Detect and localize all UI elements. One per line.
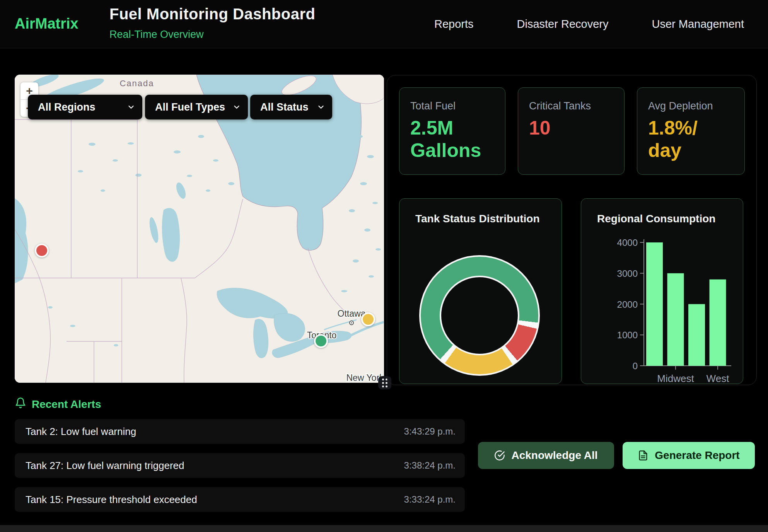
map-marker-normal[interactable] [314,334,328,348]
alert-text: Tank 27: Low fuel warning triggered [26,460,184,472]
region-filter-value: All Regions [38,101,96,113]
generate-report-label: Generate Report [655,449,739,462]
nav-reports[interactable]: Reports [434,18,474,31]
status-filter-value: All Status [260,101,309,113]
svg-text:0: 0 [633,361,638,371]
nav-disaster-recovery[interactable]: Disaster Recovery [517,18,609,31]
map-canvas: Canada Ottawa Toronto New York [15,75,384,383]
tank-status-donut [419,255,540,376]
regional-consumption-card: Regional Consumption 01000200030004000Mi… [581,198,743,384]
tank-status-title: Tank Status Distribution [415,213,540,225]
stat-value-avg-depletion: 1.8%/day [648,117,704,162]
bell-icon [15,397,26,411]
fuel-monitoring-dashboard: AirMatrix Fuel Monitoring Dashboard Real… [0,0,768,532]
acknowledge-all-label: Acknowledge All [511,449,597,462]
nav-user-management[interactable]: User Management [652,18,744,31]
svg-text:2000: 2000 [617,299,638,310]
document-icon [638,450,649,461]
stat-value-total-fuel: 2.5M Gallons [410,117,494,162]
acknowledge-all-button[interactable]: Acknowledge All [478,442,614,469]
chevron-down-icon [317,103,325,111]
map[interactable]: Canada Ottawa Toronto New York + − All R… [15,75,384,383]
svg-text:1000: 1000 [617,330,638,340]
map-marker-critical[interactable] [35,244,49,257]
fuel-type-filter-value: All Fuel Types [155,101,225,113]
check-circle-icon [494,450,505,461]
region-filter-dropdown[interactable]: All Regions [28,95,142,119]
recent-alerts-title: Recent Alerts [32,398,101,411]
map-marker-warning[interactable] [361,312,375,326]
fuel-type-filter-dropdown[interactable]: All Fuel Types [145,95,248,119]
stat-card-critical-tanks: Critical Tanks 10 [518,87,625,175]
chevron-down-icon [127,103,135,111]
chevron-down-icon [232,103,241,111]
alert-text: Tank 15: Pressure threshold exceeded [26,494,197,506]
map-label-canada: Canada [119,78,154,88]
svg-text:4000: 4000 [617,237,638,248]
bottom-bar [0,525,768,532]
map-city-dot-center [351,322,352,323]
stat-card-avg-depletion: Avg Depletion 1.8%/day [637,87,745,175]
donut-hole [440,276,519,355]
alert-time: 3:43:29 p.m. [404,426,456,437]
alert-row[interactable]: Tank 27: Low fuel warning triggered 3:38… [15,453,465,478]
svg-text:Midwest: Midwest [657,373,694,384]
page-subtitle: Real-Time Overview [109,29,204,41]
page-title: Fuel Monitoring Dashboard [109,5,315,23]
alert-time: 3:38:24 p.m. [404,460,456,471]
tank-status-card: Tank Status Distribution [399,198,562,384]
alert-time: 3:33:24 p.m. [404,494,456,505]
main-nav: Reports Disaster Recovery User Managemen… [434,0,744,48]
stat-label: Critical Tanks [529,100,613,112]
svg-text:3000: 3000 [617,268,638,279]
stat-label: Total Fuel [410,100,494,112]
generate-report-button[interactable]: Generate Report [623,442,755,469]
overview-panel: Total Fuel 2.5M Gallons Critical Tanks 1… [387,75,757,385]
stat-value-critical-tanks: 10 [529,117,613,139]
stat-card-total-fuel: Total Fuel 2.5M Gallons [399,87,505,175]
brand-logo[interactable]: AirMatrix [15,15,79,32]
svg-text:West: West [707,373,730,384]
regional-consumption-chart: 01000200030004000MidwestWest [581,199,744,384]
header: AirMatrix Fuel Monitoring Dashboard Real… [0,0,768,48]
alert-text: Tank 2: Low fuel warning [26,426,136,438]
alert-row[interactable]: Tank 15: Pressure threshold exceeded 3:3… [15,487,465,512]
stat-label: Avg Depletion [648,100,734,112]
status-filter-dropdown[interactable]: All Status [250,95,332,119]
alert-row[interactable]: Tank 2: Low fuel warning 3:43:29 p.m. [15,419,465,444]
